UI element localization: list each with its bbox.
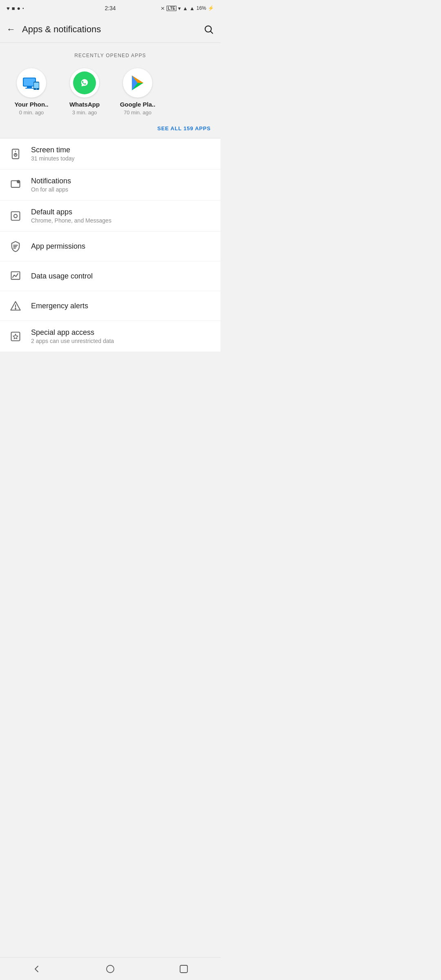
notifications-icon [8,178,23,192]
svg-point-8 [36,89,37,89]
svg-point-0 [205,26,211,32]
recent-apps-section: RECENTLY OPENED APPS Your Phon.. 0 min. … [0,43,220,138]
clock-icon [8,147,23,161]
app-icon-googleplay [123,68,152,98]
svg-rect-30 [11,332,20,341]
settings-sub-notifications: On for all apps [31,186,212,193]
recent-apps-list: Your Phon.. 0 min. ago WhatsApp 3 min. a… [0,65,220,122]
see-all-row: SEE ALL 159 APPS [0,122,220,138]
settings-title-emergency-alerts: Emergency alerts [31,302,212,310]
settings-text-screen-time: Screen time 31 minutes today [31,146,212,162]
dot-icon: • [22,6,24,11]
settings-title-screen-time: Screen time [31,146,212,154]
wifi-icon: ▾ [178,5,181,11]
lte-icon: LTE [167,6,176,11]
search-button[interactable] [203,24,214,35]
settings-item-data-usage[interactable]: Data usage control [0,261,220,291]
settings-title-notifications: Notifications [31,177,212,185]
app-time-yourphone: 0 min. ago [19,109,44,116]
settings-list: Screen time 31 minutes today Notificatio… [0,138,220,352]
status-right-icons: ⨯︎ LTE ▾ ▲ ▲ 16% ⚡ [160,5,214,11]
settings-item-emergency-alerts[interactable]: Emergency alerts [0,291,220,321]
app-icon-yourphone [17,68,46,98]
svg-rect-5 [25,88,33,89]
svg-point-22 [14,214,17,217]
app-name-googleplay: Google Pla.. [120,101,156,108]
heart-icon: ♥ [7,5,10,11]
app-item-yourphone[interactable]: Your Phon.. 0 min. ago [13,68,50,116]
svg-point-20 [17,180,20,183]
battery-icon: ⚡ [208,5,214,11]
settings-title-special-access: Special app access [31,328,212,337]
settings-sub-default-apps: Chrome, Phone, and Messages [31,217,212,224]
recent-apps-label: RECENTLY OPENED APPS [0,43,220,65]
settings-text-notifications: Notifications On for all apps [31,177,212,193]
whatsapp-logo [73,71,96,94]
status-left-icons: ♥ ■ ● • [7,5,24,11]
header: ← Apps & notifications [0,16,220,42]
settings-item-notifications[interactable]: Notifications On for all apps [0,169,220,200]
settings-item-app-permissions[interactable]: App permissions [0,232,220,261]
status-bar: 2:34 ♥ ■ ● • ⨯︎ LTE ▾ ▲ ▲ 16% ⚡ [0,0,220,16]
settings-text-emergency-alerts: Emergency alerts [31,302,212,310]
app-icon-whatsapp [70,68,99,98]
svg-marker-31 [13,334,18,339]
settings-item-special-access[interactable]: Special app access 2 apps can use unrest… [0,321,220,352]
settings-title-data-usage: Data usage control [31,272,212,281]
settings-item-screen-time[interactable]: Screen time 31 minutes today [0,138,220,169]
bluetooth-icon: ⨯︎ [160,5,165,11]
svg-line-1 [211,31,213,33]
page-title: Apps & notifications [22,24,197,35]
settings-item-default-apps[interactable]: Default apps Chrome, Phone, and Messages [0,200,220,232]
warning-icon [8,298,23,313]
settings-text-default-apps: Default apps Chrome, Phone, and Messages [31,208,212,224]
app-item-whatsapp[interactable]: WhatsApp 3 min. ago [66,68,103,116]
svg-rect-4 [27,87,32,88]
app-time-googleplay: 70 min. ago [124,109,151,116]
settings-sub-screen-time: 31 minutes today [31,155,212,162]
square-icon: ■ [12,5,15,11]
settings-title-app-permissions: App permissions [31,242,212,251]
svg-rect-3 [24,78,35,86]
svg-point-29 [15,308,16,309]
app-time-whatsapp: 3 min. ago [72,109,97,116]
default-apps-icon [8,209,23,223]
svg-rect-26 [11,272,20,280]
back-button[interactable]: ← [7,24,16,35]
see-all-button[interactable]: SEE ALL 159 APPS [157,125,211,131]
signal-icon: ▲ [183,5,188,11]
star-icon [8,329,23,344]
battery-label: 16% [196,5,206,11]
settings-text-special-access: Special app access 2 apps can use unrest… [31,328,212,344]
chart-icon [8,269,23,283]
app-item-googleplay[interactable]: Google Pla.. 70 min. ago [119,68,156,116]
settings-sub-special-access: 2 apps can use unrestricted data [31,338,212,344]
svg-rect-21 [11,212,20,220]
signal2-icon: ▲ [189,5,195,11]
settings-text-data-usage: Data usage control [31,272,212,281]
status-time: 2:34 [105,5,116,11]
app-name-yourphone: Your Phon.. [14,101,48,108]
svg-rect-7 [34,82,39,88]
circle-icon: ● [17,5,20,11]
shield-icon [8,239,23,254]
settings-text-app-permissions: App permissions [31,242,212,251]
app-name-whatsapp: WhatsApp [69,101,100,108]
settings-title-default-apps: Default apps [31,208,212,216]
